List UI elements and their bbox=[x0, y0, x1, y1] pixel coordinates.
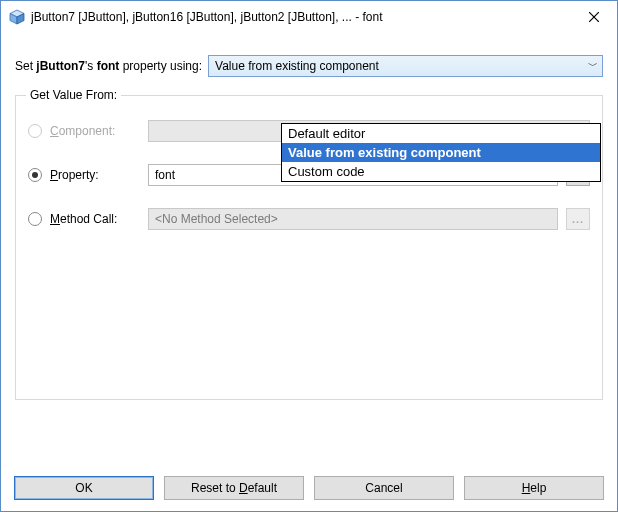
app-cube-icon bbox=[9, 9, 25, 25]
set-property-line: Set jButton7's font property using: Valu… bbox=[15, 55, 603, 77]
button-bar: OK Reset to Default Cancel Help bbox=[14, 476, 604, 500]
dialog-content: Set jButton7's font property using: Valu… bbox=[1, 33, 617, 400]
reset-label: Reset to Default bbox=[191, 481, 277, 495]
combobox-value: Value from existing component bbox=[215, 59, 379, 73]
mode-dropdown-list[interactable]: Default editor Value from existing compo… bbox=[281, 123, 601, 182]
setline-property-name: font bbox=[97, 59, 120, 73]
method-browse-button: ... bbox=[566, 208, 590, 230]
component-radio bbox=[28, 124, 42, 138]
setline-mid: 's bbox=[85, 59, 97, 73]
property-label[interactable]: Property: bbox=[50, 168, 140, 182]
method-placeholder: <No Method Selected> bbox=[155, 212, 278, 226]
dropdown-option-custom-code[interactable]: Custom code bbox=[282, 162, 600, 181]
setline-text: Set jButton7's font property using: bbox=[15, 59, 202, 73]
close-button[interactable] bbox=[571, 1, 617, 33]
ellipsis-icon: ... bbox=[572, 213, 584, 225]
setline-component-name: jButton7 bbox=[36, 59, 85, 73]
method-radio[interactable] bbox=[28, 212, 42, 226]
mode-combobox[interactable]: Value from existing component ﹀ bbox=[208, 55, 603, 77]
ok-label: OK bbox=[75, 481, 92, 495]
close-icon bbox=[589, 12, 599, 22]
property-value: font bbox=[155, 168, 175, 182]
window-title: jButton7 [JButton], jButton16 [JButton],… bbox=[31, 10, 571, 24]
help-label: Help bbox=[522, 481, 547, 495]
cancel-label: Cancel bbox=[365, 481, 402, 495]
setline-suffix: property using: bbox=[119, 59, 202, 73]
chevron-down-icon: ﹀ bbox=[588, 59, 598, 73]
component-label: Component: bbox=[50, 124, 140, 138]
dropdown-option-value-from-existing[interactable]: Value from existing component bbox=[282, 143, 600, 162]
dropdown-option-default-editor[interactable]: Default editor bbox=[282, 124, 600, 143]
group-legend: Get Value From: bbox=[26, 88, 121, 102]
property-radio[interactable] bbox=[28, 168, 42, 182]
method-field: <No Method Selected> bbox=[148, 208, 558, 230]
method-row: Method Call: <No Method Selected> ... bbox=[28, 208, 590, 230]
method-label[interactable]: Method Call: bbox=[50, 212, 140, 226]
titlebar: jButton7 [JButton], jButton16 [JButton],… bbox=[1, 1, 617, 33]
cancel-button[interactable]: Cancel bbox=[314, 476, 454, 500]
reset-to-default-button[interactable]: Reset to Default bbox=[164, 476, 304, 500]
setline-prefix: Set bbox=[15, 59, 36, 73]
ok-button[interactable]: OK bbox=[14, 476, 154, 500]
help-button[interactable]: Help bbox=[464, 476, 604, 500]
